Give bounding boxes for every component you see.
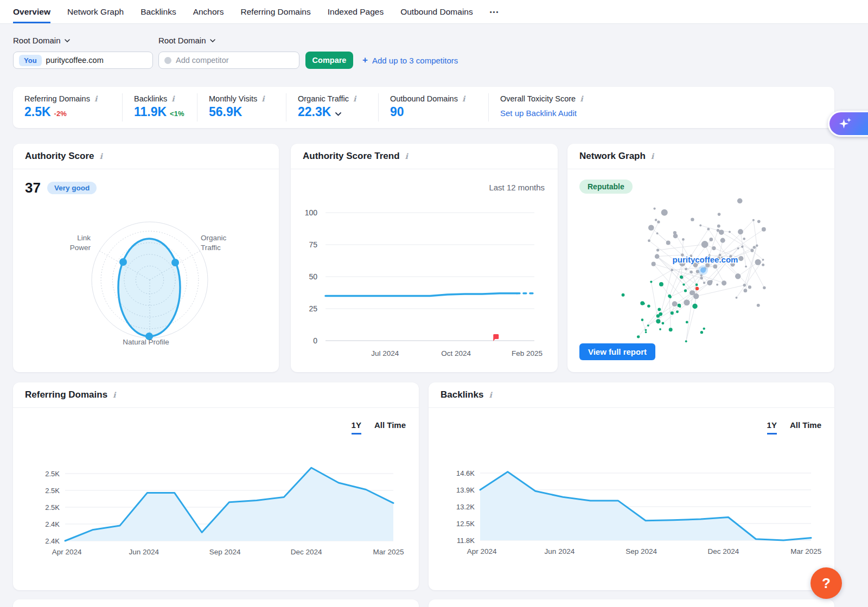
info-icon[interactable]: i: [171, 94, 174, 103]
metric-label: Referring Domains: [24, 94, 90, 103]
info-icon[interactable]: i: [462, 94, 465, 103]
referring-domains-card: Referring Domainsi 1Y All Time 2.5K2.5K2…: [13, 382, 419, 590]
metric-outbound-domains: Outbound Domainsi 90: [378, 93, 488, 122]
card-title: Referring Domains: [25, 389, 107, 400]
add-competitor-input[interactable]: Add competitor: [158, 52, 299, 69]
root-domain-label: Root Domain: [13, 36, 61, 45]
chevron-down-icon[interactable]: [335, 112, 341, 116]
sparkles-icon: [837, 116, 853, 132]
card-title: Authority Score: [25, 151, 94, 162]
card-title: Backlinks: [441, 389, 483, 400]
svg-text:13.9K: 13.9K: [456, 486, 475, 494]
tab-outbound-domains[interactable]: Outbound Domains: [400, 0, 473, 23]
range-tab-1y[interactable]: 1Y: [352, 420, 361, 435]
range-tab-all-time[interactable]: All Time: [790, 420, 821, 435]
metric-value: 22.3K: [298, 105, 331, 119]
info-icon[interactable]: i: [489, 391, 492, 399]
svg-text:12.5K: 12.5K: [456, 520, 475, 528]
authority-trend-chart: 1007550250Jul 2024Oct 2024Feb 2025: [291, 203, 558, 366]
you-root-domain-selector[interactable]: Root Domain: [13, 36, 70, 45]
metric-referring-domains: Referring Domainsi 2.5K-2%: [13, 93, 122, 122]
info-icon[interactable]: i: [651, 152, 654, 161]
tab-network-graph[interactable]: Network Graph: [67, 0, 124, 23]
tab-indexed-pages[interactable]: Indexed Pages: [328, 0, 384, 23]
info-icon[interactable]: i: [261, 94, 264, 103]
info-icon[interactable]: i: [353, 94, 356, 103]
ai-assistant-button[interactable]: [828, 111, 868, 137]
svg-text:25: 25: [309, 304, 317, 313]
metrics-summary-bar: Referring Domainsi 2.5K-2% Backlinksi 11…: [13, 87, 834, 128]
add-competitors-link[interactable]: + Add up to 3 competitors: [362, 52, 458, 69]
referring-domains-chart: 2.5K2.5K2.5K2.4K2.4KApr 2024Jun 2024Sep …: [13, 448, 419, 561]
svg-text:0: 0: [313, 336, 317, 345]
chevron-down-icon: [210, 39, 215, 42]
svg-text:11.8K: 11.8K: [457, 536, 475, 545]
svg-text:75: 75: [309, 240, 317, 249]
svg-text:Mar 2025: Mar 2025: [373, 548, 404, 556]
tab-referring-domains[interactable]: Referring Domains: [241, 0, 311, 23]
svg-text:2.5K: 2.5K: [45, 470, 60, 478]
svg-text:2.4K: 2.4K: [45, 537, 60, 545]
you-domain-input[interactable]: You puritycoffee.com: [13, 52, 153, 69]
svg-text:Feb 2025: Feb 2025: [512, 349, 542, 357]
you-badge: You: [19, 55, 42, 66]
backlinks-card: Backlinksi 1Y All Time 14.6K13.9K13.2K12…: [429, 382, 834, 590]
svg-text:Dec 2024: Dec 2024: [291, 548, 322, 556]
svg-text:Traffic: Traffic: [201, 244, 221, 252]
svg-text:Apr 2024: Apr 2024: [52, 548, 82, 556]
metric-label: Outbound Domains: [390, 94, 458, 103]
metric-delta: -2%: [54, 110, 67, 118]
tab-anchors[interactable]: Anchors: [193, 0, 224, 23]
tab-overview[interactable]: Overview: [13, 0, 50, 23]
svg-text:Apr 2024: Apr 2024: [467, 547, 497, 555]
info-icon[interactable]: i: [405, 152, 408, 161]
network-graph-visualization: puritycoffee.com: [567, 174, 834, 355]
metric-organic-traffic: Organic Traffici 22.3K: [286, 93, 378, 122]
competitor-root-domain-selector[interactable]: Root Domain: [158, 36, 215, 45]
metric-value: 90: [390, 105, 404, 119]
chevron-down-icon: [65, 39, 70, 42]
svg-text:Organic: Organic: [201, 234, 227, 242]
metric-value: 2.5K: [24, 105, 51, 119]
backlinks-chart: 14.6K13.9K13.2K12.5K11.8KApr 2024Jun 202…: [429, 448, 834, 561]
svg-text:Jul 2024: Jul 2024: [371, 349, 399, 357]
range-tab-1y[interactable]: 1Y: [767, 420, 777, 435]
next-row-card-right: [429, 599, 834, 607]
svg-text:Jun 2024: Jun 2024: [545, 547, 575, 555]
metric-backlinks: Backlinksi 11.9K<1%: [122, 93, 197, 122]
root-domain-label: Root Domain: [158, 36, 206, 45]
you-domain-value: puritycoffee.com: [46, 56, 104, 65]
info-icon[interactable]: i: [100, 152, 103, 161]
next-row-card-left: [13, 599, 419, 607]
network-center-domain-label: puritycoffee.com: [673, 255, 738, 264]
metric-label: Backlinks: [134, 94, 167, 103]
competitor-favicon-placeholder-icon: [164, 57, 171, 64]
svg-text:Jun 2024: Jun 2024: [129, 548, 159, 556]
range-tab-all-time[interactable]: All Time: [374, 420, 406, 435]
authority-radar-chart: LinkPowerOrganicTrafficNatural Profile: [13, 187, 279, 370]
info-icon[interactable]: i: [580, 94, 583, 103]
card-title: Authority Score Trend: [303, 151, 400, 162]
range-selector: 1Y All Time: [352, 420, 406, 435]
setup-backlink-audit-link[interactable]: Set up Backlink Audit: [500, 108, 834, 118]
svg-text:2.5K: 2.5K: [45, 487, 60, 495]
info-icon[interactable]: i: [113, 391, 116, 399]
info-icon[interactable]: i: [94, 94, 97, 103]
competitor-placeholder: Add competitor: [176, 56, 229, 65]
compare-button[interactable]: Compare: [305, 52, 353, 69]
metric-delta: <1%: [170, 110, 184, 118]
svg-text:13.2K: 13.2K: [456, 503, 475, 511]
svg-text:2.4K: 2.4K: [45, 520, 60, 528]
svg-text:Power: Power: [70, 244, 91, 252]
nav-more-button[interactable]: •••: [490, 0, 500, 23]
svg-text:Mar 2025: Mar 2025: [790, 547, 821, 555]
card-title: Network Graph: [579, 151, 646, 162]
tab-backlinks[interactable]: Backlinks: [141, 0, 176, 23]
help-button[interactable]: ?: [810, 567, 842, 599]
svg-text:Oct 2024: Oct 2024: [441, 349, 471, 357]
svg-text:Sep 2024: Sep 2024: [209, 548, 241, 556]
view-full-report-button[interactable]: View full report: [579, 343, 655, 360]
plus-icon: +: [362, 55, 368, 66]
network-graph-card: Network Graphi Reputable puritycoffee.co…: [567, 144, 834, 372]
svg-text:Natural Profile: Natural Profile: [123, 338, 169, 346]
